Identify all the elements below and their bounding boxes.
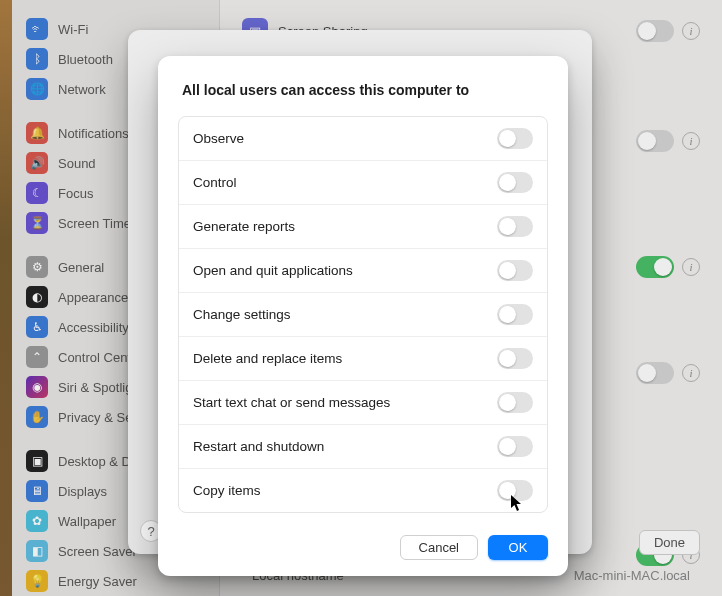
sidebar-item-label: Appearance [58,290,128,305]
info-icon[interactable]: i [682,258,700,276]
sidebar-item-label: Screen Time [58,216,131,231]
sidebar-item-label: Wi-Fi [58,22,88,37]
option-label: Open and quit applications [193,263,353,278]
option-open-quit-apps: Open and quit applications [179,249,547,293]
option-label: Change settings [193,307,291,322]
sidebar-item-label: Network [58,82,106,97]
permissions-dialog: All local users can access this computer… [158,56,568,576]
sidebar-item-label: Notifications [58,126,129,141]
toggle-delete-replace[interactable] [497,348,533,369]
option-label: Generate reports [193,219,295,234]
ok-button[interactable]: OK [488,535,548,560]
sidebar-item-label: Accessibility [58,320,129,335]
option-observe: Observe [179,117,547,161]
control-centre-icon: ⌃ [26,346,48,368]
siri-icon: ◉ [26,376,48,398]
display-icon: 🖥 [26,480,48,502]
hourglass-icon: ⏳ [26,212,48,234]
screensaver-icon: ◧ [26,540,48,562]
bg-row-6: i [238,576,704,596]
desktop-strip [0,0,12,596]
sidebar-item-label: Focus [58,186,93,201]
option-label: Observe [193,131,244,146]
option-text-chat: Start text chat or send messages [179,381,547,425]
toggle-bg-2[interactable] [636,130,674,152]
option-control: Control [179,161,547,205]
sidebar-item-label: General [58,260,104,275]
toggle-control[interactable] [497,172,533,193]
wifi-icon: ᯤ [26,18,48,40]
toggle-change-settings[interactable] [497,304,533,325]
appearance-icon: ◐ [26,286,48,308]
sidebar-item-label: Screen Saver [58,544,137,559]
hand-icon: ✋ [26,406,48,428]
info-icon[interactable]: i [682,132,700,150]
sidebar-item-label: Wallpaper [58,514,116,529]
toggle-observe[interactable] [497,128,533,149]
option-label: Copy items [193,483,261,498]
sidebar-item-label: Energy Saver [58,574,137,589]
gear-icon: ⚙ [26,256,48,278]
info-icon[interactable]: i [682,364,700,382]
toggle-screen-sharing[interactable] [636,20,674,42]
option-generate-reports: Generate reports [179,205,547,249]
option-delete-replace: Delete and replace items [179,337,547,381]
desktop-icon: ▣ [26,450,48,472]
option-change-settings: Change settings [179,293,547,337]
local-hostname-value: Mac-mini-MAC.local [574,568,690,583]
option-label: Restart and shutdown [193,439,324,454]
sidebar-item-label: Sound [58,156,96,171]
speaker-icon: 🔊 [26,152,48,174]
info-icon[interactable]: i [682,22,700,40]
network-icon: 🌐 [26,78,48,100]
sidebar-item-label: Displays [58,484,107,499]
toggle-copy-items[interactable] [497,480,533,501]
option-copy-items: Copy items [179,469,547,512]
option-label: Delete and replace items [193,351,342,366]
options-list: Observe Control Generate reports Open an… [178,116,548,513]
dialog-title: All local users can access this computer… [182,82,544,98]
toggle-bg-5[interactable] [636,544,674,566]
toggle-bg-4[interactable] [636,362,674,384]
moon-icon: ☾ [26,182,48,204]
cancel-button[interactable]: Cancel [400,535,478,560]
toggle-generate-reports[interactable] [497,216,533,237]
bluetooth-icon: ᛒ [26,48,48,70]
sidebar-item-label: Bluetooth [58,52,113,67]
done-button[interactable]: Done [639,530,700,555]
accessibility-icon: ♿︎ [26,316,48,338]
option-label: Control [193,175,237,190]
wallpaper-icon: ✿ [26,510,48,532]
option-label: Start text chat or send messages [193,395,390,410]
toggle-open-quit-apps[interactable] [497,260,533,281]
bulb-icon: 💡 [26,570,48,592]
option-restart-shutdown: Restart and shutdown [179,425,547,469]
bell-icon: 🔔 [26,122,48,144]
toggle-restart-shutdown[interactable] [497,436,533,457]
toggle-bg-3[interactable] [636,256,674,278]
info-icon[interactable]: i [682,546,700,564]
toggle-text-chat[interactable] [497,392,533,413]
dialog-actions: Cancel OK [178,535,548,560]
